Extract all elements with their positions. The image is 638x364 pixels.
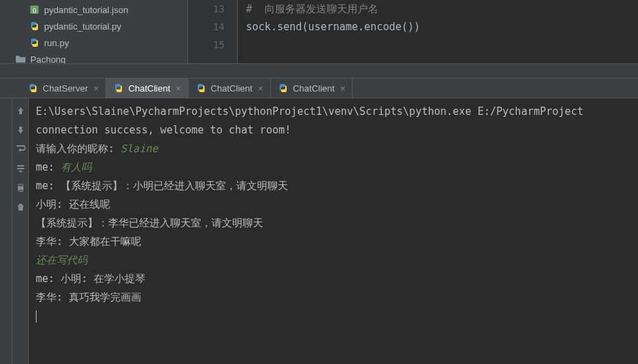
- line-number: 14: [188, 18, 225, 36]
- run-tab[interactable]: ChatClient×: [271, 78, 353, 98]
- code-comment: # 向服务器发送聊天用户名: [246, 3, 378, 15]
- trash-icon[interactable]: [15, 202, 26, 213]
- python-file-icon: [196, 83, 207, 94]
- run-tab[interactable]: ChatClient×: [106, 78, 188, 98]
- line-gutter: 13 14 15: [188, 0, 238, 63]
- console-line: 还在写代码: [36, 251, 631, 270]
- print-icon[interactable]: [15, 182, 26, 193]
- file-item-folder[interactable]: Pachong: [0, 51, 187, 63]
- file-item-json[interactable]: {} pydantic_tutorial.json: [0, 1, 187, 18]
- python-file-icon: [278, 83, 289, 94]
- console-line: 小明: 还在线呢: [36, 195, 631, 214]
- console-line: 请输入你的昵称: Slaine: [36, 140, 631, 158]
- python-file-icon: [28, 83, 39, 94]
- close-icon[interactable]: ×: [258, 83, 263, 94]
- file-label: pydantic_tutorial.py: [44, 21, 121, 32]
- arrow-up-icon[interactable]: [15, 105, 26, 116]
- close-icon[interactable]: ×: [340, 83, 346, 94]
- console-line: me: 小明: 在学小提琴: [36, 270, 631, 288]
- run-tabs: ChatServer×ChatClient×ChatClient×ChatCli…: [0, 78, 638, 98]
- python-file-icon: [29, 37, 40, 48]
- close-icon[interactable]: ×: [94, 83, 99, 94]
- tab-label: ChatServer: [43, 83, 88, 94]
- code-area[interactable]: # 向服务器发送聊天用户名 sock.send(username.encode(…: [238, 0, 638, 63]
- console-line: E:\Users\Slaine\PycharmProjects\pythonPr…: [36, 103, 631, 121]
- run-tab[interactable]: ChatClient×: [189, 78, 271, 98]
- tab-label: ChatClient: [128, 83, 170, 94]
- svg-text:{}: {}: [32, 7, 37, 13]
- line-number: 13: [188, 0, 225, 18]
- tab-label: ChatClient: [211, 83, 253, 94]
- tab-label: ChatClient: [293, 83, 335, 94]
- console-line: 李华: 真巧我学完画画: [36, 288, 631, 307]
- file-label: run.py: [44, 38, 69, 48]
- file-label: pydantic_tutorial.json: [44, 5, 128, 15]
- scroll-to-end-icon[interactable]: [15, 163, 26, 174]
- file-label: Pachong: [30, 54, 65, 64]
- console-line: 李华: 大家都在干嘛呢: [36, 233, 631, 251]
- console-line: 【系统提示】：李华已经进入聊天室，请文明聊天: [36, 214, 631, 233]
- file-item-py[interactable]: pydantic_tutorial.py: [0, 18, 187, 34]
- run-tab[interactable]: ChatServer×: [21, 78, 106, 98]
- console-line: me: 有人吗: [36, 158, 631, 177]
- tool-column: [0, 98, 12, 364]
- json-file-icon: {}: [29, 4, 40, 15]
- code-editor[interactable]: 13 14 15 # 向服务器发送聊天用户名 sock.send(usernam…: [188, 0, 638, 63]
- python-file-icon: [113, 83, 124, 94]
- line-number: 15: [188, 36, 225, 54]
- action-column: [12, 98, 29, 364]
- arrow-down-icon[interactable]: [15, 125, 26, 136]
- close-icon[interactable]: ×: [176, 83, 181, 94]
- soft-wrap-icon[interactable]: [15, 144, 26, 155]
- svg-rect-3: [19, 184, 23, 186]
- console-line: connection success, welcome to chat room…: [36, 121, 631, 140]
- file-item-py[interactable]: run.py: [0, 34, 187, 51]
- file-tree[interactable]: {} pydantic_tutorial.json pydantic_tutor…: [0, 0, 188, 63]
- svg-rect-4: [19, 189, 23, 191]
- python-file-icon: [29, 21, 40, 32]
- text-cursor: [36, 310, 37, 323]
- console-output[interactable]: E:\Users\Slaine\PycharmProjects\pythonPr…: [29, 98, 638, 364]
- folder-icon: [15, 54, 26, 63]
- panel-divider[interactable]: [0, 63, 638, 78]
- console-line: me: 【系统提示】：小明已经进入聊天室，请文明聊天: [36, 177, 631, 195]
